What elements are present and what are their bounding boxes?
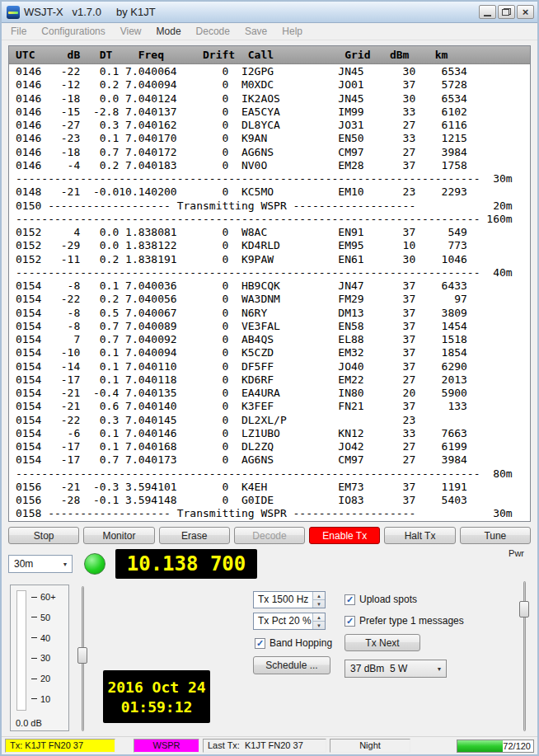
- decode-row[interactable]: 0146 -12 0.2 7.040094 0 M0XDC JO01 37 57…: [16, 78, 530, 92]
- decode-row[interactable]: 0146 -22 0.1 7.040064 0 I2GPG JN45 30 65…: [16, 65, 530, 78]
- decode-row[interactable]: 0154 -8 0.1 7.040036 0 HB9CQK JN47 37 64…: [16, 279, 530, 293]
- power-select-value: 37 dBm 5 W: [345, 663, 433, 674]
- upload-spots-checkbox[interactable]: ✓ Upload spots: [344, 594, 417, 605]
- band-select[interactable]: 30m ▼: [8, 555, 73, 573]
- enable-tx-button[interactable]: Enable Tx: [309, 527, 380, 544]
- decode-row[interactable]: 0146 -15 -2.8 7.040137 0 EA5CYA IM99 33 …: [16, 106, 530, 119]
- status-lamp: [84, 553, 105, 575]
- decode-row[interactable]: 0154 -21 -0.4 7.040135 0 EA4URA IN80 20 …: [16, 387, 530, 400]
- tx-freq-spinner[interactable]: Tx 1500 Hz ▲ ▼: [253, 591, 326, 608]
- checkmark-icon: ✓: [344, 594, 355, 605]
- tune-button[interactable]: Tune: [460, 527, 531, 544]
- monitor-button[interactable]: Monitor: [83, 527, 154, 544]
- decode-row[interactable]: 0154 -8 0.7 7.040089 0 VE3FAL EN58 37 14…: [16, 320, 530, 333]
- band-separator[interactable]: ----------------------------------------…: [16, 213, 530, 226]
- tx-status-badge: Tx: K1JT FN20 37: [5, 739, 115, 753]
- scale-tick: 40: [31, 633, 56, 643]
- progress-label: 72/120: [503, 741, 531, 752]
- spin-down-icon[interactable]: ▼: [313, 599, 325, 608]
- slider-thumb[interactable]: [519, 601, 529, 617]
- tx-pct-spinner[interactable]: Tx Pct 20 % ▲ ▼: [253, 613, 326, 630]
- menu-bar: File Configurations View Mode Decode Sav…: [2, 23, 537, 40]
- menu-mode[interactable]: Mode: [149, 23, 189, 40]
- control-area: 60+ 50 40 30 20 10 0.0 dB Tx 1500 Hz ▲ ▼…: [8, 581, 531, 736]
- prefer-type1-checkbox[interactable]: ✓ Prefer type 1 messages: [344, 615, 464, 627]
- main-buttons: Stop Monitor Erase Decode Enable Tx Halt…: [8, 527, 531, 544]
- decode-row[interactable]: 0146 -18 0.0 7.040124 0 IK2AOS JN45 30 6…: [16, 92, 530, 106]
- menu-configurations[interactable]: Configurations: [34, 23, 112, 40]
- decode-row[interactable]: 0146 -23 0.1 7.040170 0 K9AN EN50 33 121…: [16, 132, 530, 145]
- band-hopping-checkbox[interactable]: ✓ Band Hopping: [255, 637, 332, 649]
- decode-row[interactable]: 0152 -29 0.0 1.838122 0 KD4RLD EM95 10 7…: [16, 239, 530, 252]
- scale-tick: 20: [31, 674, 56, 683]
- band-separator[interactable]: ----------------------------------------…: [16, 266, 530, 279]
- spin-up-icon[interactable]: ▲: [313, 592, 325, 599]
- decode-row[interactable]: 0154 -21 0.6 7.040140 0 K3FEF FN21 37 13…: [16, 400, 530, 413]
- log-body[interactable]: 0146 -22 0.1 7.040064 0 I2GPG JN45 30 65…: [9, 64, 530, 521]
- decode-row[interactable]: 0156 -21 -0.3 3.594101 0 K4EH EM73 37 11…: [16, 481, 530, 494]
- wsjtx-window: WSJT-X v1.7.0 by K1JT × File Configurati…: [0, 0, 539, 756]
- stop-button[interactable]: Stop: [8, 527, 79, 544]
- clock-time: 01:59:12: [121, 698, 193, 716]
- menu-view[interactable]: View: [113, 23, 149, 40]
- decode-row[interactable]: 0154 -22 0.3 7.040145 0 DL2XL/P 23: [16, 414, 530, 427]
- tx-row[interactable]: 0158 ------------------- Transmitting WS…: [16, 507, 530, 520]
- decode-row[interactable]: 0146 -4 0.2 7.040183 0 NV0O EM28 37 1758: [16, 159, 530, 172]
- spin-up-icon[interactable]: ▲: [313, 613, 325, 621]
- decode-row[interactable]: 0148 -21 -0.010.140200 0 KC5MO EM10 23 2…: [16, 185, 530, 199]
- menu-help[interactable]: Help: [274, 23, 310, 40]
- band-separator[interactable]: ----------------------------------------…: [16, 467, 530, 481]
- tx-row[interactable]: 0150 ------------------- Transmitting WS…: [16, 200, 530, 213]
- pwr-slider[interactable]: [519, 581, 529, 731]
- spinner-arrows: ▲ ▼: [312, 613, 325, 629]
- decode-row[interactable]: 0154 -8 0.5 7.040067 0 N6RY DM13 37 3809: [16, 307, 530, 320]
- decode-row[interactable]: 0154 -10 0.1 7.040094 0 K5CZD EM32 37 18…: [16, 346, 530, 359]
- slider-thumb[interactable]: [77, 647, 87, 664]
- scale-tick: 10: [31, 694, 56, 704]
- prefer-type1-label: Prefer type 1 messages: [359, 615, 464, 627]
- scale-tick: 30: [31, 653, 56, 663]
- schedule-button[interactable]: Schedule ...: [253, 656, 330, 674]
- last-tx-status: Last Tx: K1JT FN20 37: [203, 739, 326, 753]
- status-bar: Tx: K1JT FN20 37 WSPR Last Tx: K1JT FN20…: [2, 736, 537, 754]
- utc-clock: 2016 Oct 24 01:59:12: [103, 670, 210, 723]
- meter-level-label: 0.0 dB: [16, 718, 42, 728]
- decode-button[interactable]: Decode: [234, 527, 305, 544]
- decode-row[interactable]: 0154 -14 0.1 7.040110 0 DF5FF JO40 37 62…: [16, 360, 530, 373]
- decode-row[interactable]: 0154 -17 0.7 7.040173 0 AG6NS CM97 27 39…: [16, 453, 530, 467]
- checkmark-icon: ✓: [255, 638, 265, 649]
- menu-decode[interactable]: Decode: [189, 23, 237, 40]
- gain-slider[interactable]: [77, 586, 87, 731]
- decode-row[interactable]: 0154 -6 0.1 7.040146 0 LZ1UBO KN12 33 76…: [16, 427, 530, 440]
- tx-next-button[interactable]: Tx Next: [344, 634, 420, 651]
- decode-row[interactable]: 0154 -22 0.2 7.040056 0 WA3DNM FM29 37 9…: [16, 293, 530, 306]
- decode-row[interactable]: 0146 -18 0.7 7.040172 0 AG6NS CM97 27 39…: [16, 146, 530, 159]
- progress-fill: [457, 740, 503, 752]
- band-select-value: 30m: [9, 558, 59, 570]
- decode-row[interactable]: 0154 7 0.7 7.040092 0 AB4QS EL88 37 1518: [16, 333, 530, 346]
- menu-file[interactable]: File: [3, 23, 34, 40]
- restore-button[interactable]: [498, 5, 515, 19]
- erase-button[interactable]: Erase: [159, 527, 230, 544]
- checkmark-icon: ✓: [344, 616, 355, 627]
- decode-row[interactable]: 0154 -17 0.1 7.040118 0 KD6RF EM22 27 20…: [16, 373, 530, 387]
- decode-row[interactable]: 0146 -27 0.3 7.040162 0 DL8YCA JO31 27 6…: [16, 119, 530, 132]
- app-icon: [7, 6, 20, 19]
- decode-row[interactable]: 0156 -28 -0.1 3.594148 0 G0IDE IO83 37 5…: [16, 494, 530, 507]
- minimize-icon: [484, 15, 491, 16]
- halt-tx-button[interactable]: Halt Tx: [384, 527, 455, 544]
- minimize-button[interactable]: [479, 5, 496, 19]
- power-select[interactable]: 37 dBm 5 W ▼: [344, 660, 447, 678]
- title-bar[interactable]: WSJT-X v1.7.0 by K1JT ×: [2, 2, 537, 23]
- close-button[interactable]: ×: [517, 5, 534, 19]
- decode-row[interactable]: 0154 -17 0.1 7.040168 0 DL2ZQ JO42 27 61…: [16, 440, 530, 453]
- scale-tick: 60+: [31, 592, 56, 602]
- band-separator[interactable]: ----------------------------------------…: [16, 172, 530, 185]
- mode-badge: WSPR: [134, 739, 199, 753]
- restore-icon: [502, 8, 511, 16]
- chevron-down-icon: ▼: [433, 666, 446, 672]
- decode-row[interactable]: 0152 -11 0.2 1.838191 0 K9PAW EN61 30 10…: [16, 253, 530, 266]
- decode-row[interactable]: 0152 4 0.0 1.838081 0 W8AC EN91 37 549: [16, 226, 530, 239]
- spin-down-icon[interactable]: ▼: [313, 621, 325, 629]
- menu-save[interactable]: Save: [237, 23, 274, 40]
